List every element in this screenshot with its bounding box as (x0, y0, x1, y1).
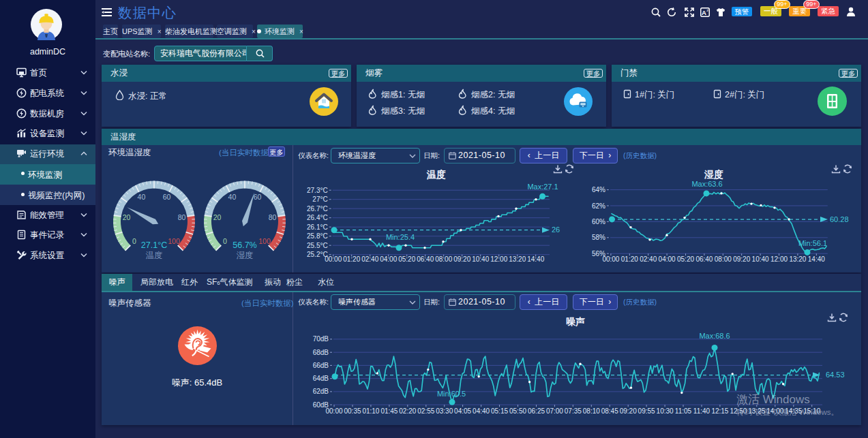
svg-text:02:40: 02:40 (640, 255, 657, 263)
svg-text:Min:56.1: Min:56.1 (798, 239, 827, 247)
svg-text:06:40: 06:40 (695, 255, 713, 263)
svg-text:0: 0 (132, 237, 136, 245)
svg-text:湿度: 湿度 (237, 251, 254, 260)
svg-text:70dB: 70dB (313, 335, 329, 343)
svg-text:10:30: 10:30 (657, 407, 674, 415)
svg-text:09:20: 09:20 (620, 407, 637, 415)
svg-text:68dB: 68dB (313, 349, 329, 356)
svg-text:04:40: 04:40 (473, 407, 490, 415)
svg-text:01:20: 01:20 (621, 255, 638, 263)
svg-text:00:00: 00:00 (602, 255, 619, 263)
svg-text:58%: 58% (592, 234, 605, 241)
svg-text:26.7°C: 26.7°C (307, 205, 328, 213)
svg-text:62%: 62% (592, 202, 605, 210)
svg-text:09:20: 09:20 (733, 255, 750, 263)
svg-text:温度: 温度 (146, 251, 163, 260)
svg-text:08:00: 08:00 (715, 255, 732, 263)
svg-text:25.5°C: 25.5°C (307, 242, 328, 249)
svg-text:04:05: 04:05 (454, 407, 471, 415)
svg-text:20: 20 (213, 213, 222, 221)
svg-text:A: A (702, 9, 706, 16)
svg-text:01:10: 01:10 (362, 407, 379, 415)
svg-text:100: 100 (168, 237, 180, 245)
svg-text:27.3°C: 27.3°C (307, 187, 328, 194)
svg-text:56.7%: 56.7% (233, 240, 256, 250)
svg-text:12:15: 12:15 (711, 407, 728, 415)
svg-text:00:35: 00:35 (344, 407, 361, 415)
svg-text:Max:27.1: Max:27.1 (527, 183, 558, 191)
svg-text:Max:68.6: Max:68.6 (699, 332, 730, 340)
svg-text:26.1°C: 26.1°C (307, 223, 328, 231)
svg-text:03:30: 03:30 (436, 407, 453, 415)
svg-text:Min:25.4: Min:25.4 (386, 233, 415, 241)
svg-text:06:25: 06:25 (528, 407, 545, 415)
svg-text:14:40: 14:40 (808, 255, 825, 263)
svg-text:64%: 64% (592, 186, 605, 193)
svg-text:10:40: 10:40 (752, 255, 769, 263)
svg-text:09:55: 09:55 (638, 407, 655, 415)
svg-text:05:15: 05:15 (491, 407, 508, 415)
svg-text:27.1°C: 27.1°C (141, 240, 167, 250)
svg-text:60: 60 (163, 193, 171, 201)
svg-text:20: 20 (123, 213, 131, 221)
svg-text:04:00: 04:00 (659, 255, 676, 263)
svg-text:11:40: 11:40 (693, 407, 710, 415)
svg-text:40: 40 (138, 193, 146, 201)
svg-text:13:20: 13:20 (789, 255, 806, 263)
svg-text:Min:60.5: Min:60.5 (437, 390, 466, 398)
svg-text:80: 80 (178, 213, 186, 221)
svg-text:z: z (706, 8, 708, 12)
svg-text:01:45: 01:45 (380, 407, 398, 415)
svg-text:60.28: 60.28 (830, 215, 849, 223)
svg-text:08:45: 08:45 (601, 407, 618, 415)
svg-text:60: 60 (254, 193, 262, 201)
svg-text:Max:63.6: Max:63.6 (691, 180, 722, 188)
svg-text:11:05: 11:05 (675, 407, 692, 415)
svg-text:07:35: 07:35 (565, 407, 582, 415)
svg-text:26: 26 (552, 225, 560, 234)
svg-text:12:00: 12:00 (770, 255, 788, 263)
svg-text:07:00: 07:00 (546, 407, 563, 415)
svg-text:100: 100 (258, 237, 271, 245)
svg-text:64dB: 64dB (313, 375, 329, 382)
svg-text:80: 80 (269, 213, 277, 221)
svg-text:64.53: 64.53 (826, 371, 845, 379)
svg-text:02:20: 02:20 (399, 407, 416, 415)
svg-text:60%: 60% (592, 218, 605, 225)
svg-text:25.8°C: 25.8°C (307, 232, 328, 240)
svg-text:00:00: 00:00 (325, 407, 342, 415)
svg-text:27°C: 27°C (312, 195, 327, 203)
svg-text:26.4°C: 26.4°C (307, 214, 328, 221)
svg-text:0: 0 (223, 237, 227, 245)
svg-text:66dB: 66dB (313, 362, 329, 369)
svg-text:40: 40 (228, 193, 237, 201)
svg-text:05:50: 05:50 (509, 407, 526, 415)
svg-text:62dB: 62dB (313, 388, 329, 395)
svg-text:05:20: 05:20 (677, 255, 694, 263)
svg-text:02:55: 02:55 (417, 407, 434, 415)
svg-text:08:10: 08:10 (583, 407, 600, 415)
